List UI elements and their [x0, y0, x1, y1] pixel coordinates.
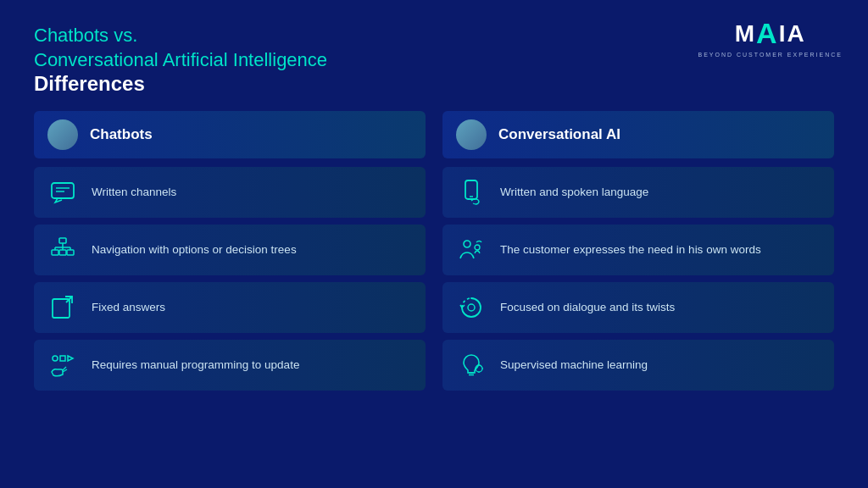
svg-point-14 [53, 356, 58, 361]
logo-tagline: BEYOND CUSTOMER EXPERIENCE [698, 52, 843, 58]
chatbots-item-navigation-text: Navigation with options or decision tree… [92, 242, 297, 258]
ai-item-written-spoken: Written and spoken language [442, 167, 834, 218]
ai-item-customer-expresses-text: The customer expresses the need in his o… [500, 242, 761, 258]
logo-text: MAIA [735, 17, 806, 50]
svg-point-21 [475, 245, 480, 250]
conversational-ai-column: Conversational AI Written and spoken lan… [442, 111, 834, 397]
svg-rect-0 [52, 183, 74, 198]
svg-rect-9 [52, 250, 58, 255]
chatbots-item-fixed-answers-text: Fixed answers [92, 300, 165, 315]
conversational-ai-header: Conversational AI [442, 111, 834, 158]
ai-item-supervised-ml-text: Supervised machine learning [500, 358, 648, 373]
ai-item-customer-expresses: The customer expresses the need in his o… [442, 225, 834, 275]
chatbots-item-fixed-answers: Fixed answers [34, 282, 426, 333]
main-container: MAIA BEYOND CUSTOMER EXPERIENCE Chatbots… [0, 0, 868, 488]
chatbots-header-label: Chatbots [90, 126, 153, 143]
ai-item-supervised-ml: Supervised machine learning [442, 340, 834, 391]
chatbots-item-navigation: Navigation with options or decision tree… [34, 225, 426, 275]
columns-container: Chatbots Written channels [34, 111, 834, 397]
people-gear-icon [454, 233, 488, 267]
svg-rect-10 [59, 250, 66, 255]
chatbots-header: Chatbots [34, 111, 426, 158]
ai-item-dialogue-twists: Focused on dialogue and its twists [442, 282, 834, 333]
chatbots-header-icon [47, 119, 78, 150]
lightbulb-gear-icon [454, 348, 488, 382]
svg-rect-11 [67, 250, 74, 255]
recycle-head-icon [454, 291, 488, 324]
logo: MAIA BEYOND CUSTOMER EXPERIENCE [698, 17, 843, 58]
shapes-hand-icon [46, 348, 80, 382]
svg-point-20 [464, 241, 470, 247]
conversational-ai-header-icon [456, 119, 487, 150]
tree-icon [46, 233, 80, 267]
chatbots-item-manual-programming: Requires manual programming to update [34, 340, 426, 391]
chatbots-item-written-channels: Written channels [34, 167, 426, 218]
conversational-ai-header-label: Conversational AI [498, 126, 620, 143]
chat-icon [46, 175, 80, 209]
phone-chat-icon [454, 175, 488, 209]
ai-item-written-spoken-text: Written and spoken language [500, 185, 648, 200]
chatbots-item-written-channels-text: Written channels [92, 185, 176, 200]
svg-rect-15 [60, 356, 65, 361]
chatbots-item-manual-programming-text: Requires manual programming to update [92, 358, 299, 373]
header-line3: Differences [34, 72, 834, 96]
ai-item-dialogue-twists-text: Focused on dialogue and its twists [500, 300, 675, 315]
svg-rect-3 [59, 238, 66, 243]
chatbots-column: Chatbots Written channels [34, 111, 426, 397]
svg-point-22 [468, 304, 475, 311]
export-icon [46, 291, 80, 324]
